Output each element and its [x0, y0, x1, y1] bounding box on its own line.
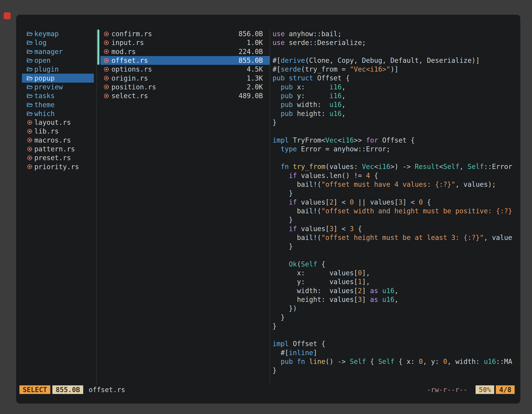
mode-badge: SELECT — [19, 385, 50, 394]
item-name: preset.rs — [34, 154, 71, 162]
parent-dir-item[interactable]: keymap — [22, 29, 94, 38]
file-size: 2.0K — [247, 83, 263, 91]
panes-container: keymaplogmanageropenpluginpopuppreviewta… — [16, 15, 520, 385]
parent-file-item[interactable]: macros.rs — [22, 136, 94, 144]
parent-dir-item[interactable]: manager — [22, 47, 94, 56]
rust-file-icon — [27, 128, 33, 134]
file-name: input.rs — [111, 39, 247, 47]
parent-dir-item[interactable]: preview — [22, 83, 94, 91]
file-row[interactable]: offset.rs855.0B — [100, 56, 270, 65]
code-line: impl TryFrom<Vec<i16>> for Offset { — [273, 136, 520, 144]
file-row[interactable]: confirm.rs856.0B — [100, 29, 270, 38]
visual-selection-marker — [97, 29, 99, 65]
rust-file-icon — [27, 146, 33, 152]
code-line: use serde::Deserialize; — [273, 38, 520, 47]
file-name: position.rs — [111, 83, 247, 91]
parent-dir-item[interactable]: open — [22, 56, 94, 65]
file-name: options.rs — [111, 65, 247, 73]
current-pane-rows: confirm.rs856.0Binput.rs1.0Kmod.rs224.0B… — [97, 29, 270, 100]
file-manager-window: keymaplogmanageropenpluginpopuppreviewta… — [16, 15, 520, 404]
parent-pane: keymaplogmanageropenpluginpopuppreviewta… — [16, 29, 96, 385]
item-name: preview — [34, 83, 63, 91]
file-size: 1.0K — [247, 39, 263, 47]
code-line — [273, 331, 520, 339]
item-name: tasks — [34, 92, 55, 100]
item-name: popup — [34, 74, 55, 82]
parent-file-item[interactable]: pattern.rs — [22, 144, 94, 154]
file-row[interactable]: position.rs2.0K — [100, 83, 270, 91]
code-line: y: values[1], — [273, 277, 520, 286]
parent-file-item[interactable]: priority.rs — [22, 162, 94, 171]
rust-file-icon — [103, 84, 109, 90]
parent-dir-item[interactable]: which — [22, 109, 94, 118]
code-line: } — [273, 242, 520, 251]
item-name: log — [34, 39, 47, 47]
status-filename: offset.rs — [88, 386, 125, 394]
code-line — [273, 251, 520, 260]
rust-file-icon — [103, 31, 109, 37]
code-line: } — [273, 366, 520, 375]
item-name: theme — [34, 101, 55, 109]
file-row[interactable]: input.rs1.0K — [100, 38, 270, 47]
file-row[interactable]: mod.rs224.0B — [100, 47, 270, 56]
parent-file-item[interactable]: preset.rs — [22, 154, 94, 162]
parent-dir-item[interactable]: log — [22, 38, 94, 47]
folder-icon — [27, 93, 33, 98]
scroll-percent-badge: 50% — [475, 385, 494, 394]
item-name: plugin — [34, 65, 59, 73]
file-name: select.rs — [111, 92, 239, 100]
rust-file-icon — [103, 49, 109, 54]
rust-file-icon — [27, 137, 33, 143]
current-pane: confirm.rs856.0Binput.rs1.0Kmod.rs224.0B… — [97, 29, 270, 385]
code-line — [273, 154, 520, 162]
folder-icon — [27, 85, 33, 90]
folder-icon — [27, 31, 33, 36]
rust-file-icon — [103, 40, 109, 46]
code-line: }) — [273, 304, 520, 313]
file-row[interactable]: origin.rs1.3K — [100, 74, 270, 82]
rust-file-icon — [27, 155, 33, 161]
code-line: } — [273, 118, 520, 127]
code-line: #[serde(try_from = "Vec<i16>")] — [273, 65, 520, 74]
item-name: pattern.rs — [34, 145, 75, 153]
parent-dir-item[interactable]: theme — [22, 100, 94, 109]
file-size: 224.0B — [239, 48, 263, 56]
code-line: pub height: u16, — [273, 109, 520, 118]
folder-icon — [27, 76, 33, 81]
code-line: use anyhow::bail; — [273, 29, 520, 38]
parent-dir-item[interactable]: plugin — [22, 65, 94, 74]
code-line: pub x: i16, — [273, 83, 520, 91]
parent-file-item[interactable]: lib.rs — [22, 127, 94, 136]
item-name: priority.rs — [34, 163, 79, 171]
file-name: origin.rs — [111, 74, 247, 82]
code-line — [273, 127, 520, 136]
rust-file-icon — [27, 120, 33, 125]
rust-file-icon — [103, 93, 109, 99]
code-line: pub struct Offset { — [273, 74, 520, 82]
item-name: lib.rs — [34, 127, 59, 135]
file-row[interactable]: select.rs489.0B — [100, 91, 270, 100]
code-line: pub width: u16, — [273, 100, 520, 109]
code-line: #[inline] — [273, 348, 520, 357]
red-indicator-dot — [4, 12, 11, 19]
file-size-badge: 855.0B — [52, 385, 83, 394]
rust-file-icon — [27, 164, 33, 170]
parent-dir-item[interactable]: tasks — [22, 91, 94, 100]
folder-icon — [27, 67, 33, 72]
code-line: } — [273, 313, 520, 322]
file-row[interactable]: options.rs4.5K — [100, 65, 270, 74]
status-bar: SELECT 855.0B offset.rs -rw-r--r-- 50% 4… — [19, 385, 515, 394]
code-line: pub fn line() -> Self { Self { x: 0, y: … — [273, 357, 520, 366]
code-line: impl Offset { — [273, 339, 520, 348]
code-line: #[derive(Clone, Copy, Debug, Default, De… — [273, 56, 520, 65]
code-line: width: values[2] as u16, — [273, 286, 520, 295]
file-name: offset.rs — [111, 57, 239, 64]
file-size: 856.0B — [239, 30, 263, 38]
parent-dir-item[interactable]: popup — [22, 74, 94, 82]
code-line: type Error = anyhow::Error; — [273, 144, 520, 154]
file-size: 489.0B — [239, 92, 263, 100]
code-line: bail!("offset width and height must be p… — [273, 207, 520, 215]
item-name: manager — [34, 48, 63, 56]
parent-file-item[interactable]: layout.rs — [22, 118, 94, 127]
rust-file-icon — [103, 67, 109, 72]
